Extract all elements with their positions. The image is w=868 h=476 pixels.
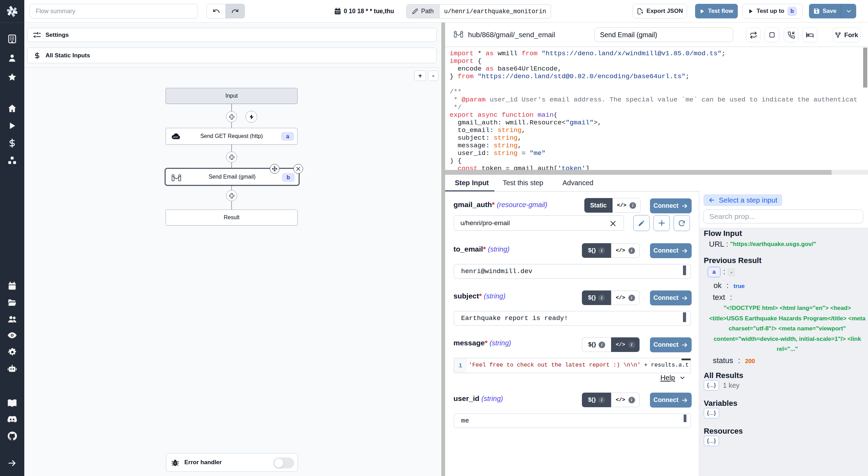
svg-text:HTTP: HTTP (173, 136, 178, 138)
